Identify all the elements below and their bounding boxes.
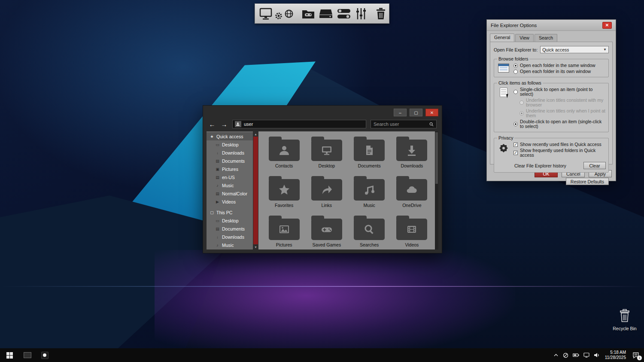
wallpaper-purple-glow <box>155 250 515 359</box>
sidebar-item-pc-documents[interactable]: ▤Documents <box>207 225 253 233</box>
file-explorer-options-dialog: File Explorer Options ✕ General View Sea… <box>486 19 616 181</box>
dialog-titlebar[interactable]: File Explorer Options ✕ <box>487 20 616 31</box>
open-to-label: Open File Explorer to: <box>494 47 538 52</box>
restore-defaults-button[interactable]: Restore Defaults <box>566 178 609 185</box>
search-box[interactable] <box>371 120 437 128</box>
folder-item-downloads[interactable]: Downloads <box>391 137 433 173</box>
dialog-close-button[interactable]: ✕ <box>602 22 612 29</box>
sidebar-item-pc-desktop[interactable]: ▭Desktop <box>207 216 253 225</box>
folder-label: Documents <box>358 163 381 168</box>
sidebar-scroll-thumb[interactable] <box>253 137 258 244</box>
option-single-click[interactable]: Single-click to open an item (point to s… <box>513 87 606 97</box>
taskbar-app-1[interactable] <box>19 348 36 362</box>
radio-own-window[interactable] <box>513 70 518 74</box>
equalizer-icon[interactable] <box>355 7 367 20</box>
option-show-frequent[interactable]: Show frequently used folders in Quick ac… <box>513 148 606 158</box>
document-icon: ▤ <box>215 227 220 231</box>
sidebar-item-pc-music[interactable]: ♪Music <box>207 241 253 249</box>
sidebar-item-pictures[interactable]: ▣Pictures <box>207 165 253 173</box>
tray-network-icon[interactable] <box>583 353 589 358</box>
checkbox-show-frequent[interactable] <box>513 151 518 155</box>
folder-item-pictures[interactable]: Pictures <box>263 216 305 249</box>
app-window-icon <box>24 352 31 358</box>
clear-button[interactable]: Clear <box>583 162 606 169</box>
checkbox-show-recent[interactable] <box>513 143 518 147</box>
back-arrow-icon[interactable]: ← <box>208 121 216 128</box>
content-scrollbar[interactable] <box>435 131 438 249</box>
folder-item-contacts[interactable]: Contacts <box>263 137 305 173</box>
folder-item-favorites[interactable]: Favorites <box>263 176 305 213</box>
tab-search[interactable]: Search <box>535 34 557 42</box>
general-tab-panel: Open File Explorer to: Quick access ▼ Br… <box>490 42 613 164</box>
recycle-bin-shortcut[interactable]: Recycle Bin <box>611 308 638 331</box>
clock-date: 11/28/2025 <box>605 355 626 360</box>
action-center-button[interactable]: 1 <box>631 350 641 360</box>
radio-double-click[interactable] <box>513 122 518 126</box>
sidebar-item-desktop[interactable]: ▭Desktop <box>207 140 253 149</box>
minimize-button[interactable]: – <box>394 109 407 116</box>
download-icon: ↓ <box>215 151 220 155</box>
music-icon: ♪ <box>215 243 220 247</box>
close-button[interactable]: ✕ <box>425 109 438 116</box>
option-double-click[interactable]: Double-click to open an item (single-cli… <box>513 119 606 129</box>
sidebar-item-this-pc[interactable]: ▢ This PC <box>207 208 253 216</box>
maximize-button[interactable]: ▢ <box>410 109 422 116</box>
explorer-titlebar[interactable]: – ▢ ✕ <box>203 106 442 119</box>
content-scroll-thumb[interactable] <box>435 132 438 184</box>
radio-same-window[interactable] <box>513 64 518 68</box>
windows-logo-icon <box>6 352 13 359</box>
taskbar-clock[interactable]: 5:18 AM 11/28/2025 <box>604 350 627 360</box>
sidebar-item-quick-access[interactable]: ★ Quick access <box>207 132 253 140</box>
option-same-window[interactable]: Open each folder in the same window <box>513 63 606 68</box>
open-file-explorer-select[interactable]: Quick access ▼ <box>540 46 609 53</box>
sidebar-scrollbar[interactable]: ▲ ▼ <box>253 131 258 249</box>
trash-icon[interactable] <box>375 7 387 21</box>
folder-item-saved-games[interactable]: Saved Games <box>305 216 348 249</box>
toggles-icon[interactable] <box>337 8 351 20</box>
sidebar-item-normalcolor[interactable]: ▤NormalColor <box>207 189 253 198</box>
sidebar-item-pc-downloads[interactable]: ↓Downloads <box>207 233 253 241</box>
download-icon: ↓ <box>215 235 220 239</box>
taskbar: 5:18 AM 11/28/2025 1 <box>0 348 644 362</box>
click-items-legend: Click items as follows <box>497 80 543 85</box>
folder-item-documents[interactable]: Documents <box>348 137 391 173</box>
sidebar-item-documents[interactable]: ▤Documents <box>207 157 253 165</box>
scroll-down-icon[interactable]: ▼ <box>253 244 258 249</box>
taskbar-app-2[interactable] <box>36 348 53 362</box>
option-own-window[interactable]: Open each folder in its own window <box>513 69 606 74</box>
pin-star-icon: ★ <box>210 134 214 139</box>
radio-single-click[interactable] <box>513 90 518 94</box>
drive-icon[interactable] <box>319 8 333 20</box>
sidebar-item-en-us[interactable]: ▤en-US <box>207 173 253 181</box>
folder-item-onedrive[interactable]: OneDrive <box>391 176 433 213</box>
sidebar-item-downloads[interactable]: ↓Downloads <box>207 149 253 157</box>
sidebar-item-videos[interactable]: ▶Videos <box>207 198 253 206</box>
address-input[interactable] <box>244 122 364 127</box>
folder-item-desktop[interactable]: Desktop <box>305 137 348 173</box>
music-icon <box>363 184 375 196</box>
privacy-gear-icon <box>497 142 510 169</box>
tray-volume-icon[interactable] <box>594 353 600 358</box>
start-button[interactable] <box>0 348 19 362</box>
address-bar[interactable] <box>232 120 366 128</box>
option-show-recent[interactable]: Show recently used files in Quick access <box>513 142 606 147</box>
gear-icon[interactable] <box>274 12 283 20</box>
game-folder-icon[interactable] <box>301 8 315 20</box>
tray-battery-icon[interactable] <box>573 353 579 357</box>
chevron-up-icon[interactable] <box>553 353 559 357</box>
scroll-up-icon[interactable]: ▲ <box>253 131 258 137</box>
display-icon[interactable] <box>259 7 274 20</box>
search-input[interactable] <box>374 122 428 127</box>
folder-item-videos[interactable]: Videos <box>391 216 433 249</box>
folder-item-music[interactable]: Music <box>348 176 391 213</box>
tab-general[interactable]: General <box>490 33 514 42</box>
folder-item-searches[interactable]: Searches <box>348 216 391 249</box>
folder-item-links[interactable]: Links <box>305 176 348 213</box>
folder-label: Searches <box>360 242 379 247</box>
forward-arrow-icon[interactable]: → <box>220 121 228 128</box>
tab-view[interactable]: View <box>515 34 534 42</box>
monitor-icon: ▭ <box>215 219 220 223</box>
sidebar-item-music[interactable]: ♪Music <box>207 181 253 189</box>
globe-icon[interactable] <box>284 9 294 18</box>
tray-status-icon[interactable] <box>563 353 568 358</box>
